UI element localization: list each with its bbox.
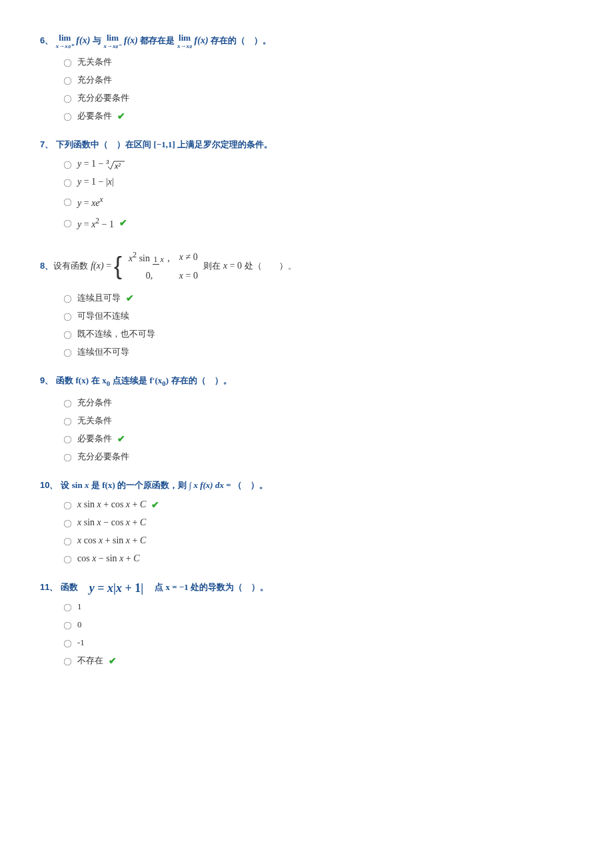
option[interactable]: y = xex <box>60 193 573 211</box>
option-label: 既不连续，也不可导 <box>77 327 155 341</box>
options-list: x sin x + cos x + C✔ x sin x − cos x + C… <box>60 497 573 566</box>
radio-input[interactable] <box>64 604 72 612</box>
question-number: 9、 <box>40 375 53 385</box>
option-label: 连续但不可导 <box>77 345 129 359</box>
radio-input[interactable] <box>64 519 72 527</box>
radio-input[interactable] <box>64 331 72 339</box>
question-11: 11、 函数 y = x|x + 1| 点 x = −1 处的导数为（ ）。 1… <box>40 581 573 669</box>
option-label: 0 <box>77 617 82 632</box>
check-icon: ✔ <box>117 431 125 446</box>
option[interactable]: 0 <box>60 617 573 632</box>
radio-input[interactable] <box>64 399 72 407</box>
option[interactable]: 充分必要条件 <box>60 91 573 105</box>
option-label: 必要条件 <box>77 431 112 446</box>
radio-input[interactable] <box>64 179 72 187</box>
option-label: y = 1 − 3x² <box>77 157 125 171</box>
stem-text: 点 <box>146 582 163 592</box>
radio-input[interactable] <box>64 417 72 425</box>
option[interactable]: x sin x + cos x + C✔ <box>60 497 573 512</box>
options-list: 1 0 -1 不存在✔ <box>60 599 573 668</box>
stem-text: 存在的（ ）。 <box>171 375 232 385</box>
option[interactable]: 充分条件 <box>60 73 573 87</box>
option[interactable]: 1 <box>60 599 573 614</box>
radio-input[interactable] <box>64 658 72 666</box>
radio-input[interactable] <box>64 220 72 228</box>
option[interactable]: 可导但不连续 <box>60 309 573 323</box>
check-icon: ✔ <box>151 497 159 512</box>
question-stem: 10、 设 sin x 是 f(x) 的一个原函数，则 ∫ x f(x) dx … <box>40 479 573 492</box>
option[interactable]: 无关条件 <box>60 413 573 428</box>
stem-text: 上满足罗尔定理的条件。 <box>177 139 273 149</box>
option[interactable]: 充分必要条件 <box>60 449 573 464</box>
option-label: x cos x + sin x + C <box>77 533 146 548</box>
radio-input[interactable] <box>64 161 72 169</box>
option-label: y = x2 − 1 <box>77 214 114 232</box>
stem-text: 函数 <box>56 375 73 385</box>
radio-input[interactable] <box>64 59 72 67</box>
radio-input[interactable] <box>64 199 72 207</box>
radio-input[interactable] <box>64 77 72 85</box>
option[interactable]: 连续且可导✔ <box>60 291 573 305</box>
option[interactable]: -1 <box>60 635 573 650</box>
option[interactable]: 必要条件✔ <box>60 431 573 446</box>
radio-input[interactable] <box>64 555 72 563</box>
check-icon: ✔ <box>119 215 127 230</box>
radio-input[interactable] <box>64 453 72 461</box>
radio-input[interactable] <box>64 640 72 648</box>
option-label: -1 <box>77 635 85 650</box>
radio-input[interactable] <box>64 313 72 321</box>
stem-text: 设 <box>61 480 69 490</box>
math-formula: y = x|x + 1| <box>89 581 143 594</box>
option[interactable]: x cos x + sin x + C <box>60 533 573 548</box>
radio-input[interactable] <box>64 349 72 357</box>
radio-input[interactable] <box>64 537 72 545</box>
stem-text: 的一个原函数，则 <box>117 480 187 490</box>
question-number: 6、 <box>40 35 53 45</box>
option-label: 可导但不连续 <box>77 309 129 323</box>
option[interactable]: 既不连续，也不可导 <box>60 327 573 341</box>
question-stem: 9、 函数 f(x) 在 x0 点连续是 f′(x0) 存在的（ ）。 <box>40 374 573 390</box>
stem-text: 则在 <box>203 259 221 273</box>
option[interactable]: y = 1 − 3x² <box>60 157 573 171</box>
option[interactable]: 连续但不可导 <box>60 345 573 359</box>
option[interactable]: 必要条件✔ <box>60 109 573 123</box>
option-label: y = 1 − |x| <box>77 175 114 189</box>
option-label: 充分必要条件 <box>77 449 129 464</box>
option[interactable]: cos x − sin x + C <box>60 551 573 566</box>
question-stem: 6、 limx→x₀⁺ f(x) 与 limx→x₀⁻ f(x) 都存在是 li… <box>40 33 573 49</box>
question-8: 8、 设有函数 f(x) = { x2 sin 1x ,x ≠ 0 0,x = … <box>40 246 573 359</box>
option-label: 连续且可导 <box>77 291 121 305</box>
stem-text: 都存在是 <box>140 35 175 45</box>
stem-text: 处的导数为（ ）。 <box>191 582 269 592</box>
option[interactable]: 无关条件 <box>60 55 573 69</box>
radio-input[interactable] <box>64 435 72 443</box>
option-label: y = xex <box>77 193 103 211</box>
radio-input[interactable] <box>64 622 72 630</box>
options-list: 连续且可导✔ 可导但不连续 既不连续，也不可导 连续但不可导 <box>60 291 573 359</box>
radio-input[interactable] <box>64 295 72 303</box>
option[interactable]: 不存在✔ <box>60 653 573 668</box>
question-number: 7、 <box>40 139 53 149</box>
option[interactable]: y = 1 − |x| <box>60 175 573 189</box>
question-number: 11、 <box>40 582 58 592</box>
math-interval: [−1,1] <box>153 139 175 149</box>
option-label: 1 <box>77 599 82 614</box>
check-icon: ✔ <box>117 109 125 123</box>
option[interactable]: y = x2 − 1 ✔ <box>60 214 573 232</box>
option-label: 充分条件 <box>77 73 112 87</box>
stem-text: 在 <box>91 375 100 385</box>
radio-input[interactable] <box>64 113 72 121</box>
question-number: 10、 <box>40 480 58 490</box>
stem-text: （ ）。 <box>233 480 268 490</box>
option-label: 必要条件 <box>77 109 112 123</box>
stem-text: 处（ ）。 <box>245 259 297 273</box>
question-10: 10、 设 sin x 是 f(x) 的一个原函数，则 ∫ x f(x) dx … <box>40 479 573 566</box>
option[interactable]: 充分条件 <box>60 395 573 410</box>
option-label: 充分条件 <box>77 395 112 410</box>
radio-input[interactable] <box>64 95 72 103</box>
check-icon: ✔ <box>109 653 117 668</box>
radio-input[interactable] <box>64 501 72 509</box>
question-9: 9、 函数 f(x) 在 x0 点连续是 f′(x0) 存在的（ ）。 充分条件… <box>40 374 573 464</box>
options-list: y = 1 − 3x² y = 1 − |x| y = xex y = x2 −… <box>60 157 573 231</box>
option[interactable]: x sin x − cos x + C <box>60 515 573 530</box>
